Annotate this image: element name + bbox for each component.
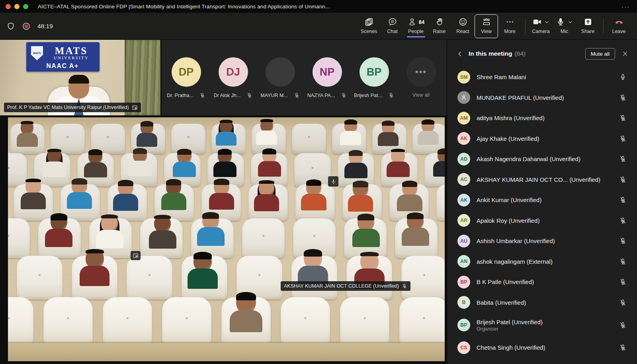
window-zoom-button[interactable]	[23, 4, 28, 9]
view-all-label: View all	[412, 92, 430, 98]
strip-avatar-BP[interactable]: BP Brijesh Pat...	[359, 57, 389, 98]
audience-person	[397, 181, 422, 213]
participant-row[interactable]: MUNDAKE PRAFUL (Unverified)	[447, 88, 637, 108]
mic-muted-icon[interactable]	[619, 196, 627, 204]
participant-row[interactable]: AR Apalok Roy (Unverified)	[447, 210, 637, 231]
mic-muted-icon[interactable]	[619, 94, 627, 101]
toolbar-button-label: React	[456, 29, 469, 34]
audience-person	[188, 252, 218, 290]
scenes-icon	[364, 17, 374, 27]
people-count-badge: 84	[419, 19, 424, 25]
participant-name: Brijesh Patel (Unverified)	[477, 319, 615, 325]
toolbar-button-react[interactable]: React	[451, 15, 474, 38]
participant-row[interactable]: AM aditya Mishra (Unverified)	[447, 108, 637, 128]
participant-role: Organiser	[477, 326, 615, 332]
toolbar-button-leave[interactable]: Leave	[608, 15, 630, 38]
audience-person	[45, 213, 72, 248]
participant-name: Babita (Unverified)	[477, 299, 615, 306]
participant-row[interactable]: AD Akash Nagendra Daharwal (Unverified)	[447, 149, 637, 169]
toolbar-button-camera[interactable]: Camera	[530, 15, 552, 38]
toolbar-divider	[603, 19, 604, 34]
auditorium-seat	[340, 297, 389, 345]
participant-row[interactable]: B Babita (Unverified)	[447, 292, 637, 313]
toolbar-button-mic[interactable]: Mic	[553, 15, 576, 38]
toolbar-button-people[interactable]: 84People	[404, 15, 427, 38]
participant-name: Ashish Umbarkar (Unverified)	[477, 237, 615, 244]
pip-icon	[131, 251, 141, 260]
toolbar-button-share[interactable]: Share	[576, 15, 599, 38]
view-icon	[482, 17, 491, 27]
strip-participant-name: Dr Alok Jh...	[214, 93, 240, 98]
video-tile-speaker[interactable]: MATS MATS UNIVERSITY NAAC A+ Prof. K P Y…	[0, 40, 160, 115]
audience-person	[21, 179, 46, 211]
participant-row[interactable]: AU Ashish Umbarkar (Unverified)	[447, 231, 637, 251]
video-tile-together-mode[interactable]: AKSHAY KUMAR JAIN OCT COLLEGE (Unverifie…	[8, 117, 445, 361]
mic-muted-icon[interactable]	[619, 135, 627, 142]
mic-muted-icon[interactable]	[619, 278, 627, 286]
participant-row[interactable]: SM Shree Ram Malani	[447, 67, 637, 88]
participant-avatar: AK	[457, 194, 470, 206]
mic-muted-icon[interactable]	[619, 114, 627, 122]
strip-avatar-DP[interactable]: DP Dr. Pratha...	[171, 57, 201, 98]
view-all-button[interactable]: ••• View all	[406, 57, 436, 98]
mic-on-icon[interactable]	[619, 73, 627, 81]
mic-muted-icon[interactable]	[619, 321, 627, 329]
audience-person	[352, 214, 380, 249]
people-icon	[407, 17, 417, 27]
audience-person	[84, 149, 107, 179]
leave-icon	[614, 17, 624, 27]
mic-muted-icon[interactable]	[619, 237, 627, 245]
participant-row[interactable]: BP Brijesh Patel (Unverified) Organiser	[447, 313, 637, 337]
mic-muted-icon[interactable]	[619, 155, 627, 163]
participant-name: ashok nagalingam (External)	[477, 258, 615, 265]
toolbar-button-view[interactable]: View	[475, 15, 498, 38]
pip-icon	[132, 105, 138, 111]
participant-row[interactable]: AK Ankit Kumar (Unverified)	[447, 190, 637, 210]
toolbar-button-chat[interactable]: Chat	[381, 15, 404, 38]
window-minimize-button[interactable]	[14, 4, 20, 9]
window-title: AICTE–ATAL Sponsored Online FDP |Smart M…	[38, 0, 330, 13]
strip-avatar-NP[interactable]: NP NAZYA PA...	[312, 57, 342, 98]
audience-person	[113, 180, 138, 212]
auditorium-seat	[281, 297, 330, 345]
speaker-hair	[68, 75, 89, 84]
chevron-down-icon[interactable]	[544, 19, 550, 25]
avatar	[266, 57, 295, 87]
audience-person	[301, 179, 326, 212]
strip-avatar-DJ[interactable]: DJ Dr Alok Jh...	[218, 57, 248, 98]
window-menu-icon[interactable]: ···	[621, 0, 630, 13]
participant-row[interactable]: AK Ajay Khake (Unverified)	[447, 128, 637, 149]
auditorium-seat	[103, 297, 152, 345]
mic-muted-icon[interactable]	[619, 176, 627, 183]
mute-all-button[interactable]: Mute all	[585, 48, 615, 60]
mic-muted-icon[interactable]	[619, 258, 627, 265]
university-logo: MATS	[31, 46, 43, 60]
close-panel-icon[interactable]	[622, 51, 628, 57]
raise-icon	[435, 17, 444, 27]
people-panel: In this meeting (84) Mute all SM Shree R…	[447, 40, 637, 364]
participant-avatar: AD	[457, 153, 470, 165]
panel-title: In this meeting	[469, 50, 512, 57]
mic-muted-icon[interactable]	[619, 217, 627, 224]
strip-participant-name: MAYUR M...	[260, 93, 288, 98]
meeting-stage: MATS MATS UNIVERSITY NAAC A+ Prof. K P Y…	[0, 40, 447, 364]
teams-meeting-window: AICTE–ATAL Sponsored Online FDP |Smart M…	[0, 0, 637, 364]
toolbar-button-raise[interactable]: Raise	[428, 15, 451, 38]
back-chevron-icon[interactable]	[457, 51, 463, 57]
toolbar-button-scenes[interactable]: Scenes	[358, 15, 380, 38]
toolbar-button-label: Camera	[532, 29, 549, 34]
mic-muted-icon	[199, 92, 205, 98]
toolbar-button-more[interactable]: More	[498, 15, 521, 38]
toolbar-button-label: View	[481, 29, 492, 34]
participant-row[interactable]: CS Chetna Singh (Unverified)	[447, 337, 637, 358]
mic-muted-icon[interactable]	[619, 344, 627, 351]
participant-row[interactable]: AC AKSHAY KUMAR JAIN OCT CO... (Unverifi…	[447, 169, 637, 190]
window-close-button[interactable]	[6, 4, 11, 9]
participant-row[interactable]: BP B K Patle (Unverified)	[447, 272, 637, 292]
chevron-down-icon[interactable]	[567, 19, 573, 25]
strip-avatar-novideo[interactable]: MAYUR M...	[265, 57, 295, 98]
audience-person	[80, 249, 110, 288]
audience-person	[230, 292, 263, 334]
participant-row[interactable]: AN ashok nagalingam (External)	[447, 251, 637, 272]
mic-muted-icon[interactable]	[619, 299, 627, 306]
